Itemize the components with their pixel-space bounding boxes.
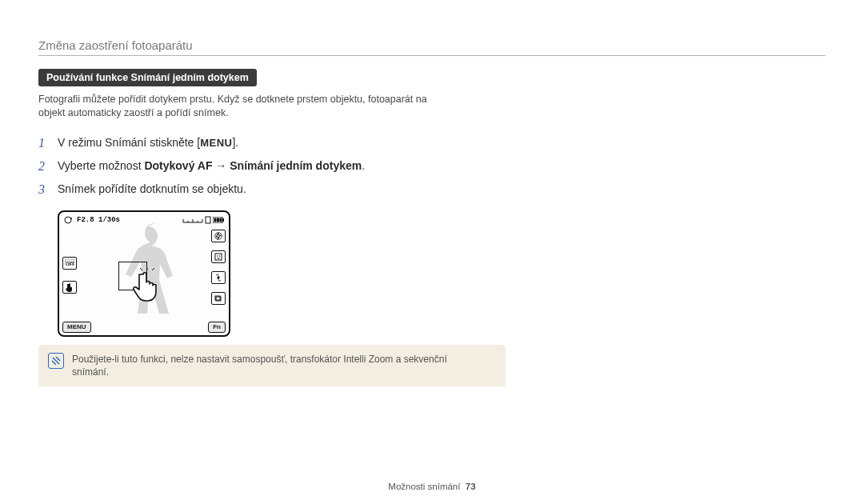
face-icon bbox=[211, 250, 226, 263]
sd-icon bbox=[205, 216, 211, 224]
svg-rect-20 bbox=[215, 254, 222, 260]
svg-point-21 bbox=[217, 255, 218, 256]
fn-button: Fn bbox=[208, 322, 226, 333]
svg-line-16 bbox=[152, 268, 154, 270]
off-icon: OFF bbox=[62, 257, 77, 270]
step-3: 3 Snímek pořídíte dotknutím se objektu. bbox=[38, 178, 826, 201]
step-text-post: ]. bbox=[232, 136, 238, 149]
step-1: 1 V režimu Snímání stiskněte [MENU]. bbox=[38, 131, 826, 154]
step-number: 1 bbox=[38, 134, 45, 153]
step-2: 2 Vyberte možnost Dotykový AF → Snímání … bbox=[38, 154, 826, 178]
note-icon bbox=[48, 353, 64, 369]
page-section-title: Změna zaostření fotoaparátu bbox=[38, 38, 826, 52]
footer-label: Možnosti snímání bbox=[388, 482, 460, 491]
menu-button: MENU bbox=[62, 322, 91, 333]
step-text-post: . bbox=[362, 159, 365, 172]
touch-icon bbox=[62, 281, 77, 294]
svg-text:OFF: OFF bbox=[66, 262, 74, 266]
note-box: Použijete-li tuto funkci, nelze nastavit… bbox=[38, 345, 506, 386]
exposure-scale-icon bbox=[182, 217, 203, 223]
preview-right-icons bbox=[211, 230, 226, 305]
camera-preview-mock: F2.8 1/30s OFF bbox=[58, 210, 230, 337]
note-text: Použijete-li tuto funkci, nelze nastavit… bbox=[72, 353, 456, 378]
step-text: Snímek pořídíte dotknutím se objektu. bbox=[58, 182, 246, 195]
mode-icon bbox=[64, 216, 74, 224]
intro-paragraph: Fotografii můžete pořídit dotykem prstu.… bbox=[38, 93, 454, 120]
steps-list: 1 V režimu Snímání stiskněte [MENU]. 2 V… bbox=[38, 131, 826, 201]
step-bold: Dotykový AF bbox=[144, 159, 212, 172]
feature-badge: Používání funkce Snímání jedním dotykem bbox=[38, 69, 257, 86]
svg-rect-13 bbox=[220, 218, 222, 222]
menu-glyph: MENU bbox=[200, 137, 232, 149]
svg-rect-12 bbox=[217, 218, 219, 222]
drive-icon bbox=[211, 292, 226, 305]
step-bold-2: Snímání jedním dotykem bbox=[230, 159, 362, 172]
svg-point-0 bbox=[65, 217, 71, 223]
arrow: → bbox=[212, 159, 230, 172]
step-number: 2 bbox=[38, 157, 45, 176]
step-number: 3 bbox=[38, 180, 45, 199]
preview-bottombar: MENU Fn bbox=[62, 322, 226, 333]
flash-icon bbox=[211, 230, 226, 242]
page-footer: Možnosti snímání 73 bbox=[0, 482, 864, 491]
svg-rect-8 bbox=[206, 217, 210, 223]
step-text: V režimu Snímání stiskněte [ bbox=[58, 136, 200, 149]
svg-point-22 bbox=[219, 255, 220, 256]
svg-point-1 bbox=[70, 218, 72, 219]
touch-hand-icon bbox=[130, 268, 165, 303]
stabilize-icon bbox=[211, 271, 226, 284]
divider bbox=[38, 55, 826, 56]
step-text: Vyberte možnost bbox=[58, 159, 144, 172]
battery-icon bbox=[213, 217, 224, 223]
footer-page-number: 73 bbox=[466, 482, 476, 491]
svg-rect-11 bbox=[214, 218, 217, 222]
preview-left-icons: OFF bbox=[62, 257, 77, 294]
svg-line-14 bbox=[140, 268, 142, 270]
svg-rect-10 bbox=[222, 218, 224, 222]
